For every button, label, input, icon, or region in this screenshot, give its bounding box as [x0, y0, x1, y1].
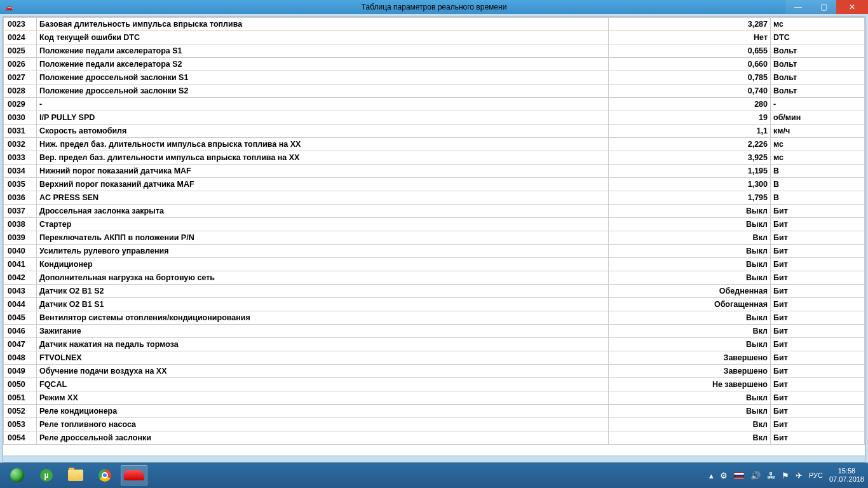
- param-name: Переключатель АКПП в положении P/N: [37, 231, 609, 245]
- table-row[interactable]: 0025Положение педали акселератора S10,65…: [4, 44, 865, 58]
- param-id: 0051: [4, 391, 37, 405]
- param-unit: Бит: [771, 391, 865, 405]
- param-unit: Бит: [771, 285, 865, 298]
- table-row[interactable]: 0032Ниж. предел баз. длительности импуль…: [4, 138, 865, 151]
- table-row[interactable]: 0023Базовая длительность импульса впрыск…: [4, 18, 865, 31]
- maximize-button[interactable]: ▢: [811, 0, 836, 14]
- table-row[interactable]: 0044Датчик O2 В1 S1ОбогащеннаяБит: [4, 298, 865, 311]
- table-row[interactable]: 0042Дополнительная нагрузка на бортовую …: [4, 271, 865, 285]
- param-value: Выкл: [609, 338, 771, 351]
- table-row[interactable]: 0043Датчик O2 В1 S2ОбедненнаяБит: [4, 285, 865, 298]
- table-row[interactable]: 0036AC PRESS SEN1,795В: [4, 191, 865, 205]
- minimize-button[interactable]: —: [785, 0, 811, 14]
- param-name: Положение педали акселератора S2: [37, 58, 609, 71]
- table-row[interactable]: 0053Реле топливного насосаВклБит: [4, 418, 865, 431]
- param-unit: Вольт: [771, 44, 865, 58]
- taskbar[interactable]: µ ▴ ⚙ 🔊 🖧 ⚑ ✈ РУС 15:58 07.07.2018: [0, 463, 868, 488]
- param-id: 0034: [4, 165, 37, 178]
- param-value: Выкл: [609, 405, 771, 418]
- tray-flag2-icon[interactable]: ⚑: [782, 471, 789, 480]
- table-row[interactable]: 0030I/P PULLY SPD19об/мин: [4, 111, 865, 125]
- table-row[interactable]: 0041КондиционерВыклБит: [4, 258, 865, 271]
- table-row[interactable]: 0031Скорость автомобиля1,1км/ч: [4, 125, 865, 138]
- param-id: 0050: [4, 378, 37, 391]
- close-button[interactable]: ✕: [836, 0, 868, 14]
- param-unit: мс: [771, 18, 865, 31]
- param-value: Выкл: [609, 258, 771, 271]
- tray-network-icon[interactable]: 🖧: [767, 471, 775, 480]
- param-value: 2,226: [609, 138, 771, 151]
- table-row[interactable]: 0037Дроссельная заслонка закрытаВыклБит: [4, 205, 865, 218]
- start-button[interactable]: [4, 465, 31, 485]
- table-row[interactable]: 0045Вентилятор системы отопления/кондици…: [4, 311, 865, 325]
- tray-clock[interactable]: 15:58 07.07.2018: [829, 467, 864, 484]
- param-value: Завершено: [609, 351, 771, 365]
- tray-settings-icon[interactable]: ⚙: [720, 471, 728, 480]
- table-row[interactable]: 0054Реле дроссельной заслонкиВклБит: [4, 431, 865, 445]
- table-row[interactable]: 0038СтартерВыклБит: [4, 218, 865, 231]
- table-row[interactable]: 0033Вер. предел баз. длительности импуль…: [4, 151, 865, 165]
- param-id: 0024: [4, 31, 37, 44]
- table-row[interactable]: 0048FTVOLNEXЗавершеноБит: [4, 351, 865, 365]
- param-name: Код текущей ошибки DTC: [37, 31, 609, 44]
- param-unit: Бит: [771, 258, 865, 271]
- titlebar[interactable]: 🚗 Таблица параметров реального времени —…: [0, 0, 868, 14]
- table-row[interactable]: 0050FQCALНе завершеноБит: [4, 378, 865, 391]
- tray-up-icon[interactable]: ▴: [709, 471, 714, 480]
- param-id: 0046: [4, 325, 37, 338]
- param-value: 1,300: [609, 178, 771, 191]
- table-row[interactable]: 0035Верхний порог показаний датчика MAF1…: [4, 178, 865, 191]
- param-id: 0038: [4, 218, 37, 231]
- table-row[interactable]: 0046ЗажиганиеВклБит: [4, 325, 865, 338]
- parameters-table: 0023Базовая длительность импульса впрыск…: [3, 17, 865, 445]
- param-unit: В: [771, 165, 865, 178]
- param-name: Ниж. предел баз. длительности импульса в…: [37, 138, 609, 151]
- tray-language[interactable]: РУС: [809, 471, 823, 479]
- tray-airplane-icon[interactable]: ✈: [796, 471, 803, 480]
- param-name: Положение дроссельной заслонки S1: [37, 71, 609, 85]
- param-name: I/P PULLY SPD: [37, 111, 609, 125]
- table-row[interactable]: 0051Режим ХХВыклБит: [4, 391, 865, 405]
- param-value: 1,795: [609, 191, 771, 205]
- table-row[interactable]: 0039Переключатель АКПП в положении P/NВк…: [4, 231, 865, 245]
- param-unit: Бит: [771, 205, 865, 218]
- param-value: Выкл: [609, 271, 771, 285]
- taskbar-utorrent[interactable]: µ: [33, 465, 60, 485]
- param-name: Датчик нажатия на педаль тормоза: [37, 338, 609, 351]
- param-name: Скорость автомобиля: [37, 125, 609, 138]
- table-row[interactable]: 0028Положение дроссельной заслонки S20,7…: [4, 85, 865, 98]
- param-unit: Бит: [771, 218, 865, 231]
- param-name: Верхний порог показаний датчика MAF: [37, 178, 609, 191]
- param-id: 0030: [4, 111, 37, 125]
- param-id: 0044: [4, 298, 37, 311]
- table-row[interactable]: 0024Код текущей ошибки DTCНетDTC: [4, 31, 865, 44]
- tray-volume-icon[interactable]: 🔊: [750, 471, 761, 480]
- table-row[interactable]: 0052Реле кондиционераВыклБит: [4, 405, 865, 418]
- taskbar-chrome[interactable]: [92, 465, 118, 485]
- param-unit: Бит: [771, 298, 865, 311]
- app-window: 🚗 Таблица параметров реального времени —…: [0, 0, 868, 488]
- table-scroll[interactable]: 0023Базовая длительность импульса впрыск…: [3, 17, 865, 456]
- param-id: 0052: [4, 405, 37, 418]
- param-value: 280: [609, 98, 771, 111]
- param-unit: В: [771, 178, 865, 191]
- bottom-strip: [3, 456, 865, 463]
- table-row[interactable]: 0049Обучение подачи воздуха на ХХЗаверше…: [4, 365, 865, 378]
- param-name: Вентилятор системы отопления/кондиционир…: [37, 311, 609, 325]
- param-unit: DTC: [771, 31, 865, 44]
- taskbar-app-active[interactable]: [121, 465, 147, 485]
- param-name: Вер. предел баз. длительности импульса в…: [37, 151, 609, 165]
- table-row[interactable]: 0040Усилитель рулевого управленияВыклБит: [4, 245, 865, 258]
- param-name: AC PRESS SEN: [37, 191, 609, 205]
- table-row[interactable]: 0027Положение дроссельной заслонки S10,7…: [4, 71, 865, 85]
- table-row[interactable]: 0047Датчик нажатия на педаль тормозаВыкл…: [4, 338, 865, 351]
- table-row[interactable]: 0029-280-: [4, 98, 865, 111]
- param-name: Базовая длительность импульса впрыска то…: [37, 18, 609, 31]
- param-value: Обогащенная: [609, 298, 771, 311]
- content-area: 0023Базовая длительность импульса впрыск…: [3, 17, 865, 456]
- table-row[interactable]: 0026Положение педали акселератора S20,66…: [4, 58, 865, 71]
- param-name: Реле кондиционера: [37, 405, 609, 418]
- tray-flag-icon[interactable]: [734, 472, 744, 479]
- table-row[interactable]: 0034Нижний порог показаний датчика MAF1,…: [4, 165, 865, 178]
- taskbar-explorer[interactable]: [62, 465, 89, 485]
